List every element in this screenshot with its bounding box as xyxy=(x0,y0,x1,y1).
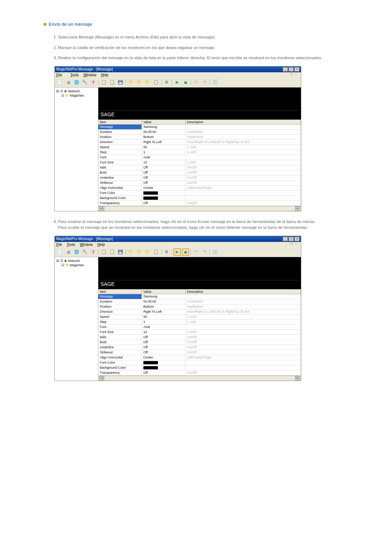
toolbar-icon-5[interactable]: 📋 xyxy=(100,79,107,86)
toolbar-icon-7[interactable]: 💾 xyxy=(117,79,124,86)
prop-value[interactable]: 1 xyxy=(142,320,185,324)
prop-value[interactable]: Off xyxy=(142,350,185,355)
toolbar-text-icon[interactable]: T xyxy=(90,79,97,86)
table-row[interactable]: UnderlineOffOn/Off xyxy=(98,345,301,350)
horizontal-scrollbar[interactable]: ◄ ► xyxy=(98,376,301,381)
col-description[interactable]: Description xyxy=(185,120,301,124)
prop-value[interactable]: Off xyxy=(142,181,185,185)
menu-help[interactable]: Help xyxy=(101,73,109,77)
prop-value[interactable]: Off xyxy=(142,370,185,375)
maximize-button[interactable]: □ xyxy=(289,67,294,72)
table-row[interactable]: Align HorizontalCenterLeft/Center/Right xyxy=(98,186,301,191)
doc-close[interactable]: × xyxy=(295,73,299,77)
table-row[interactable]: PositionBottomTop/Bottom xyxy=(98,304,301,309)
menu-tools[interactable]: Tools xyxy=(67,243,75,247)
close-button[interactable]: × xyxy=(294,67,299,72)
doc-restore[interactable]: ❐ xyxy=(290,73,294,77)
col-description[interactable]: Description xyxy=(185,289,301,294)
tree-root[interactable]: ⊟ ☑ 🖥 Network xyxy=(56,259,97,263)
scroll-right[interactable]: ► xyxy=(295,376,300,380)
toolbar-icon-12[interactable]: ⚙ xyxy=(163,248,170,256)
undo-icon[interactable]: ↶ xyxy=(192,79,200,86)
toolbar-icon-9[interactable]: 📁 xyxy=(136,248,143,256)
table-row[interactable]: MessageSamsung xyxy=(98,294,301,299)
minimize-button[interactable]: _ xyxy=(283,237,288,241)
prop-value[interactable]: Samsung xyxy=(142,125,185,129)
send-message-icon[interactable]: ▶ xyxy=(173,79,181,86)
toolbar-icon-8[interactable]: 📁 xyxy=(127,248,135,256)
minimize-button[interactable]: _ xyxy=(283,67,288,72)
toolbar-icon-6[interactable]: 📋 xyxy=(109,248,116,256)
prop-value[interactable]: 1 xyxy=(142,150,185,155)
close-button[interactable]: × xyxy=(294,237,299,241)
prop-value[interactable]: Samsung xyxy=(142,294,185,299)
menu-file[interactable]: File xyxy=(56,243,62,247)
table-row[interactable]: Background Color xyxy=(98,196,301,201)
toolbar-icon-12[interactable]: ⚙ xyxy=(163,79,170,86)
prop-value[interactable]: Off xyxy=(142,175,185,180)
toolbar-icon-7[interactable]: 💾 xyxy=(117,248,124,256)
toolbar-icon-10[interactable]: 📁 xyxy=(144,248,151,256)
prop-value[interactable]: Center xyxy=(142,186,185,190)
menu-tools[interactable]: Tools xyxy=(70,73,79,77)
col-item[interactable]: Item xyxy=(98,289,142,294)
stop-message-icon[interactable]: ⏹ xyxy=(182,79,189,86)
prop-value[interactable]: Off xyxy=(142,345,185,350)
table-row[interactable]: DirectionRight To LeftNone/Right To Left… xyxy=(98,140,301,145)
col-value[interactable]: Value xyxy=(142,120,185,124)
table-row[interactable]: TransparencyOffOn/Off xyxy=(98,201,301,206)
table-row[interactable]: Font Color xyxy=(98,360,301,365)
prop-value[interactable] xyxy=(142,191,185,195)
prop-value[interactable]: 00:30:00 xyxy=(142,130,185,134)
prop-value[interactable]: Off xyxy=(142,170,185,175)
table-row[interactable]: Font Color xyxy=(98,191,301,196)
prop-value[interactable]: Off xyxy=(142,340,185,345)
prop-value[interactable]: 12 xyxy=(142,160,185,165)
tree-child[interactable]: ☑ 📁 MagicNet xyxy=(61,263,97,267)
table-row[interactable]: TransparencyOffOn/Off xyxy=(98,370,301,376)
prop-value[interactable]: Arial xyxy=(142,325,185,329)
toolbar-icon-4[interactable]: 🔧 xyxy=(81,248,89,256)
table-row[interactable]: Align HorizontalCenterLeft/Center/Right xyxy=(98,355,301,360)
table-row[interactable]: Speed501~100 xyxy=(98,145,301,150)
toolbar-icon-11[interactable]: 📋 xyxy=(152,79,160,86)
table-row[interactable]: Speed501~100 xyxy=(98,315,301,320)
info-icon[interactable]: ⓘ xyxy=(211,248,219,256)
scroll-right[interactable]: ► xyxy=(295,206,300,211)
toolbar-icon-2[interactable]: 🖥 xyxy=(65,79,72,86)
toolbar-icon-10[interactable]: 📁 xyxy=(144,79,151,86)
prop-value[interactable]: Off xyxy=(142,335,185,340)
table-row[interactable]: BoldOffOn/Off xyxy=(98,340,301,345)
prop-value[interactable]: Right To Left xyxy=(142,140,185,145)
table-row[interactable]: PositionBottomTop/Bottom xyxy=(98,135,301,140)
redo-icon[interactable]: ↷ xyxy=(201,79,208,86)
prop-value[interactable]: Off xyxy=(142,165,185,170)
prop-value[interactable] xyxy=(142,365,185,370)
table-row[interactable]: UnderlineOffOn/Off xyxy=(98,175,301,181)
prop-value[interactable]: Bottom xyxy=(142,135,185,139)
info-icon[interactable]: ⓘ xyxy=(211,79,219,86)
scroll-left[interactable]: ◄ xyxy=(99,206,104,211)
table-row[interactable]: FontArial xyxy=(98,155,301,160)
undo-icon[interactable]: ↶ xyxy=(192,248,200,256)
prop-value[interactable]: 12 xyxy=(142,330,185,335)
doc-close[interactable]: × xyxy=(295,243,299,246)
toolbar-icon-4[interactable]: 🔧 xyxy=(81,79,89,86)
table-row[interactable]: MessageSamsung xyxy=(98,125,301,130)
col-item[interactable]: Item xyxy=(98,120,142,124)
doc-restore[interactable]: ❐ xyxy=(290,243,294,246)
doc-minimize[interactable]: _ xyxy=(285,73,289,77)
prop-value[interactable]: Arial xyxy=(142,155,185,160)
prop-value[interactable]: 50 xyxy=(142,315,185,319)
send-message-icon[interactable]: ▶ xyxy=(173,248,181,256)
prop-value[interactable] xyxy=(142,196,185,200)
prop-value[interactable]: Bottom xyxy=(142,304,185,309)
table-row[interactable]: Duration00:30:00HA/MM/SS xyxy=(98,130,301,135)
redo-icon[interactable]: ↷ xyxy=(201,248,208,256)
table-row[interactable]: Duration00:30:00HA/MM/SS xyxy=(98,299,301,304)
tree-child[interactable]: ☑ 📁 MagicNet xyxy=(61,93,97,98)
table-row[interactable]: ItalicOffOn/Off xyxy=(98,165,301,170)
menu-window[interactable]: Window xyxy=(83,73,97,77)
prop-value[interactable]: Center xyxy=(142,355,185,360)
prop-value[interactable]: 50 xyxy=(142,145,185,150)
